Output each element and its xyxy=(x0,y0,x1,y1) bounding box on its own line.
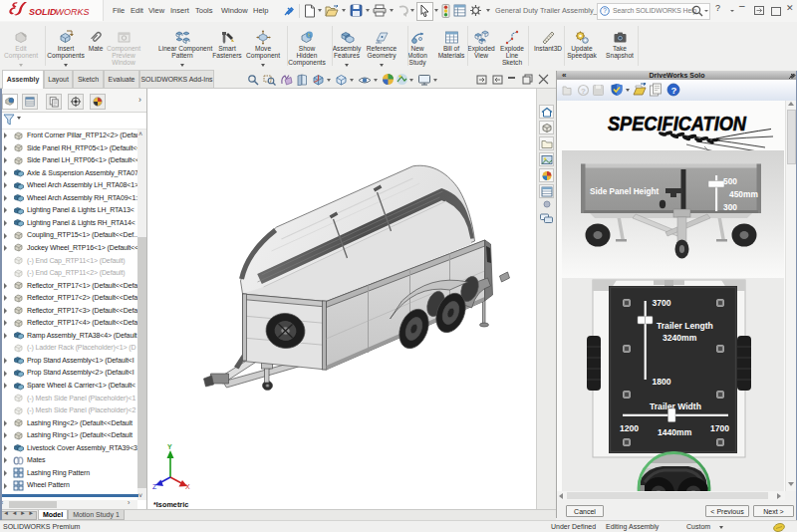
svg-text:Y: Y xyxy=(167,443,172,450)
svg-text:WORKS: WORKS xyxy=(56,7,90,17)
svg-text:3240mm: 3240mm xyxy=(663,333,697,343)
svg-text:X: X xyxy=(185,483,190,490)
svg-text:?: ? xyxy=(603,7,607,14)
svg-text:1700: 1700 xyxy=(710,423,729,433)
svg-text:Trailer Length: Trailer Length xyxy=(657,321,713,331)
svg-text:Z: Z xyxy=(152,483,157,490)
svg-text:?: ? xyxy=(671,85,677,96)
svg-text:1440mm: 1440mm xyxy=(658,427,692,437)
svg-text:SOLID: SOLID xyxy=(29,7,57,17)
svg-text:1800: 1800 xyxy=(653,377,671,387)
svg-text:?: ? xyxy=(581,87,586,96)
svg-text:SPECIFICATION: SPECIFICATION xyxy=(608,112,747,134)
svg-text:300: 300 xyxy=(723,202,737,212)
svg-text:1200: 1200 xyxy=(620,423,639,433)
svg-text:500: 500 xyxy=(723,176,737,186)
svg-text:3700: 3700 xyxy=(653,298,671,308)
svg-text:450mm: 450mm xyxy=(729,189,758,199)
svg-text:Side Panel Height: Side Panel Height xyxy=(590,187,659,196)
